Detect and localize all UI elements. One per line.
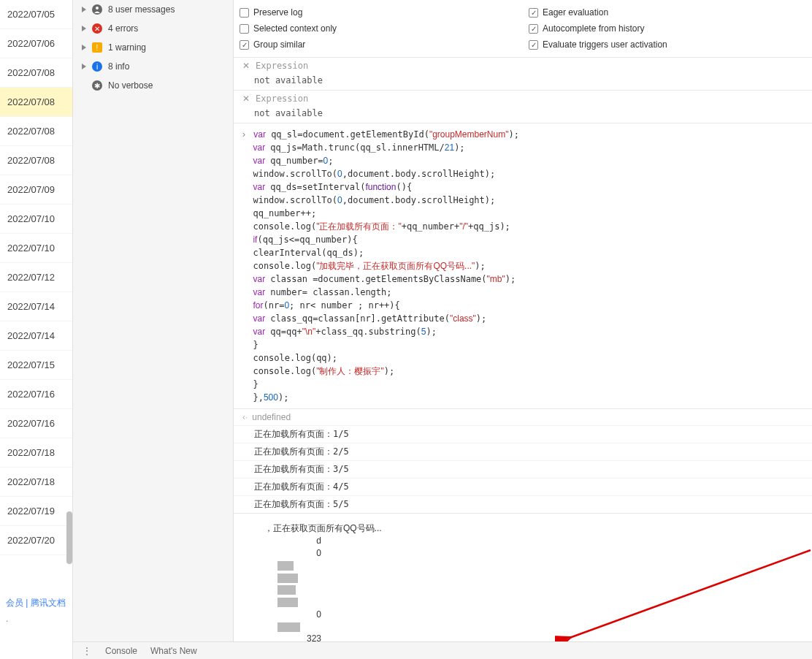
date-sidebar: 2022/07/052022/07/062022/07/082022/07/08… [0, 0, 73, 659]
date-item[interactable]: 2022/07/16 [0, 409, 72, 438]
filter-label: 4 errors [108, 23, 138, 34]
setting-eager-evaluation[interactable]: Eager evaluation [523, 4, 812, 20]
date-item[interactable]: 2022/07/10 [0, 205, 72, 234]
tab-whatsnew[interactable]: What's New [150, 646, 197, 656]
date-item[interactable]: 2022/07/20 [0, 526, 72, 555]
setting-label: Group similar [253, 39, 305, 50]
date-item[interactable]: 2022/07/08 [0, 58, 72, 88]
checkbox-icon [529, 40, 538, 50]
date-item[interactable]: 2022/07/12 [0, 263, 72, 292]
warning-icon: ! [92, 42, 102, 53]
date-item[interactable]: 2022/07/16 [0, 380, 72, 409]
result-line-redacted [277, 584, 382, 596]
filter-label: 8 info [108, 61, 129, 72]
expand-icon [82, 64, 86, 69]
setting-label: Eager evaluation [543, 7, 608, 18]
filter-errors[interactable]: ✕ 4 errors [73, 19, 233, 38]
setting-label: Preserve log [253, 7, 302, 18]
date-item[interactable]: 2022/07/15 [0, 351, 72, 380]
result-line: 0 [277, 609, 321, 621]
console-log-line: 正在加载所有页面：2/5 [234, 443, 812, 460]
setting-group-similar[interactable]: Group similar [234, 37, 523, 53]
filter-label: No verbose [108, 80, 153, 91]
filter-panel: 8 user messages ✕ 4 errors ! 1 warning i… [73, 0, 234, 659]
link-docs[interactable]: 腾讯文档 [31, 598, 66, 608]
date-item[interactable]: 2022/07/08 [0, 88, 72, 117]
console-log-line: 正在加载所有页面：4/5 [234, 478, 812, 495]
setting-selected-context-only[interactable]: Selected context only [234, 20, 523, 37]
verbose-icon: ✱ [92, 80, 102, 91]
setting-label: Autocomplete from history [543, 23, 644, 34]
result-line-redacted [277, 571, 382, 584]
svg-point-0 [96, 7, 99, 9]
footer-links: 会员 | 腾讯文档 . [0, 591, 72, 630]
console-log-line: 正在加载所有页面：5/5 [234, 495, 812, 513]
return-undefined: ‹·undefined [234, 408, 812, 425]
settings-panel: Preserve logSelected context onlyGroup s… [234, 0, 812, 57]
scrollbar-thumb[interactable] [66, 511, 72, 564]
checkbox-icon [529, 24, 538, 34]
expression-value: not available [234, 74, 812, 90]
date-item[interactable]: 2022/07/18 [0, 438, 72, 468]
console-log-line: 正在加载所有页面：3/5 [234, 460, 812, 478]
date-item[interactable]: 2022/07/14 [0, 321, 72, 351]
filter-info[interactable]: i 8 info [73, 57, 233, 76]
setting-preserve-log[interactable]: Preserve log [234, 4, 523, 20]
setting-label: Evaluate triggers user activation [543, 39, 667, 50]
checkbox-icon [529, 8, 538, 18]
filter-label: 1 warning [108, 42, 146, 53]
date-item[interactable]: 2022/07/14 [0, 292, 72, 321]
return-icon: ‹· [242, 412, 248, 422]
live-expression[interactable]: ✕Expression [234, 57, 812, 74]
setting-evaluate-triggers-user-activation[interactable]: Evaluate triggers user activation [523, 37, 812, 53]
checkbox-icon [240, 40, 249, 50]
console-log-line: 正在加载所有页面：1/5 [234, 425, 812, 443]
date-item[interactable]: 2022/07/06 [0, 29, 72, 58]
info-icon: i [92, 61, 102, 72]
error-icon: ✕ [92, 23, 102, 34]
filter-user-messages[interactable]: 8 user messages [73, 0, 233, 19]
date-item[interactable]: 2022/07/18 [0, 468, 72, 497]
date-item[interactable]: 2022/07/09 [0, 175, 72, 205]
result-output: ，正在获取页面所有QQ号码...d00323387970822732542701… [234, 513, 812, 659]
date-item[interactable]: 2022/07/08 [0, 117, 72, 146]
setting-label: Selected context only [253, 23, 337, 34]
console-main: Preserve logSelected context onlyGroup s… [234, 0, 812, 659]
expand-icon [82, 26, 86, 31]
user-icon [92, 4, 102, 15]
console-input-code[interactable]: › var qq_sl=document.getElementById("gro… [234, 123, 812, 408]
kebab-icon[interactable]: ⋮ [82, 645, 92, 657]
result-header: ，正在获取页面所有QQ号码... [264, 522, 382, 535]
result-line: 0 [277, 547, 321, 560]
expand-icon [82, 7, 86, 12]
result-line-redacted [277, 559, 382, 571]
close-icon[interactable]: ✕ [242, 94, 250, 104]
tab-console[interactable]: Console [105, 646, 137, 656]
date-item[interactable]: 2022/07/10 [0, 234, 72, 263]
link-member[interactable]: 会员 [6, 598, 23, 608]
svg-line-2 [570, 550, 811, 638]
filter-warnings[interactable]: ! 1 warning [73, 38, 233, 57]
date-item[interactable]: 2022/07/05 [0, 0, 72, 29]
filter-verbose[interactable]: ✱ No verbose [73, 76, 233, 95]
drawer-tabs: ⋮ Console What's New [73, 641, 812, 659]
date-item[interactable]: 2022/07/08 [0, 146, 72, 175]
live-expression[interactable]: ✕Expression [234, 90, 812, 107]
result-line: d [277, 535, 321, 547]
close-icon[interactable]: ✕ [242, 61, 250, 71]
filter-label: 8 user messages [108, 4, 175, 15]
checkbox-icon [240, 24, 249, 34]
setting-autocomplete-from-history[interactable]: Autocomplete from history [523, 20, 812, 37]
annotation-arrow [555, 543, 812, 645]
checkbox-icon [240, 8, 249, 18]
result-line-redacted [277, 620, 382, 633]
date-item[interactable]: 2022/07/19 [0, 497, 72, 526]
result-line-redacted [277, 596, 382, 609]
expand-icon [82, 45, 86, 50]
expression-value: not available [234, 107, 812, 123]
